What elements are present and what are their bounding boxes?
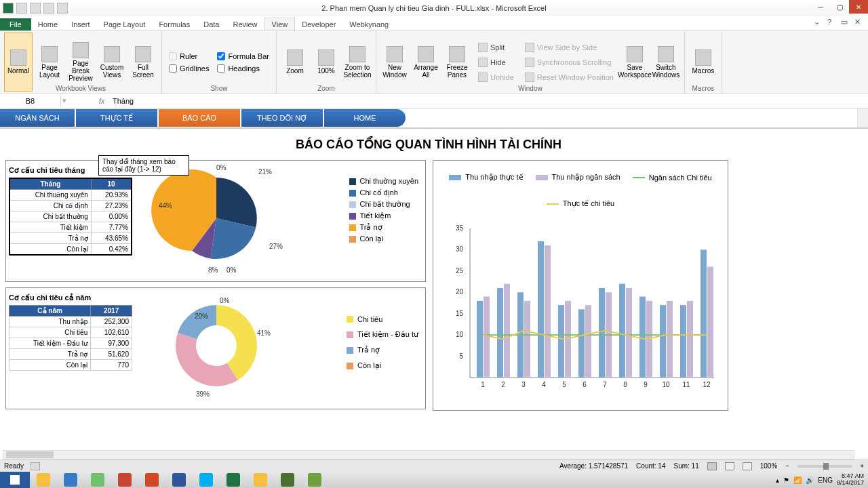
tab-page-layout[interactable]: Page Layout — [97, 18, 153, 30]
tab-insert[interactable]: Insert — [64, 18, 97, 30]
hide-button[interactable]: Hide — [477, 57, 515, 68]
view-normal-icon[interactable] — [707, 462, 717, 470]
svg-rect-19 — [477, 301, 483, 378]
task-chrome-alt[interactable] — [84, 472, 111, 488]
formula-input[interactable]: Tháng — [108, 96, 868, 106]
year-table-title: Cơ cấu chi tiêu cả năm — [9, 293, 132, 302]
name-box[interactable]: B8 — [0, 96, 61, 106]
excel-close-icon[interactable]: ✕ — [854, 18, 864, 27]
tray-network-icon[interactable]: 📶 — [793, 476, 802, 484]
ruler-checkbox[interactable]: Ruler — [169, 52, 209, 60]
view-side-button[interactable]: View Side by Side — [524, 42, 615, 53]
zoom-in-icon[interactable]: + — [860, 462, 864, 470]
task-excel[interactable] — [220, 472, 247, 488]
svg-rect-35 — [585, 305, 591, 378]
full-screen-button[interactable]: Full Screen — [129, 33, 157, 92]
nav-theo-doi[interactable]: THEO DÕI NỢ — [241, 109, 323, 127]
freeze-panes-button[interactable]: Freeze Panes — [443, 33, 471, 92]
save-workspace-button[interactable]: Save Workspace — [620, 33, 649, 92]
maximize-button[interactable]: ▢ — [830, 0, 849, 14]
table-row: Tiết kiệm7.77% — [9, 222, 132, 233]
arrange-all-button[interactable]: Arrange All — [412, 33, 440, 92]
tray-flag-icon[interactable]: ⚑ — [783, 476, 789, 484]
page-layout-button[interactable]: Page Layout — [35, 33, 64, 92]
minimize-button[interactable]: ─ — [811, 0, 830, 14]
clock[interactable]: 8:47 AM 8/14/2017 — [837, 473, 864, 487]
month-panel: Thay đổi tháng xem báo cáo tại đây (1-> … — [5, 160, 426, 282]
zoom-button[interactable]: Zoom — [281, 33, 309, 92]
nav-thuc-te[interactable]: THỰC TẾ — [76, 109, 157, 127]
tray-volume-icon[interactable]: 🔊 — [806, 476, 814, 484]
switch-windows-button[interactable]: Switch Windows — [652, 33, 680, 92]
task-powerpoint[interactable] — [138, 472, 165, 488]
fx-icon[interactable]: fx — [95, 97, 108, 105]
table-row: Chi cố định27.23% — [9, 201, 132, 211]
tab-formulas[interactable]: Formulas — [152, 18, 197, 30]
help-icon[interactable]: ? — [827, 18, 837, 27]
zoom-out-icon[interactable]: − — [785, 462, 789, 470]
start-button[interactable] — [0, 472, 30, 488]
tab-view[interactable]: View — [264, 18, 296, 30]
new-window-button[interactable]: New Window — [380, 33, 409, 92]
tab-data[interactable]: Data — [197, 18, 226, 30]
reset-pos-button[interactable]: Reset Window Position — [524, 72, 615, 83]
save-icon[interactable] — [16, 3, 27, 14]
group-show: Ruler Gridlines Formula Bar Headings Sho… — [162, 31, 277, 93]
gridlines-checkbox[interactable]: Gridlines — [169, 64, 209, 73]
svg-text:10: 10 — [456, 331, 464, 338]
task-camtasia[interactable] — [274, 472, 301, 488]
undo-icon[interactable] — [30, 3, 41, 14]
sync-scroll-button[interactable]: Synchronous Scrolling — [524, 57, 615, 68]
redo-icon[interactable] — [43, 3, 54, 14]
horizontal-scrollbar[interactable] — [3, 450, 854, 460]
task-word[interactable] — [165, 472, 193, 488]
nav-bao-cao[interactable]: BÁO CÁO — [159, 109, 240, 127]
macros-button[interactable]: Macros — [689, 33, 717, 92]
table-row: Thu nhập252,300 — [9, 317, 132, 327]
svg-text:8%: 8% — [208, 266, 218, 274]
zoom-selection-button[interactable]: Zoom to Selection — [343, 33, 372, 92]
normal-view-button[interactable]: Normal — [4, 33, 33, 92]
file-tab[interactable]: File — [0, 18, 31, 30]
custom-views-button[interactable]: Custom Views — [98, 33, 126, 92]
task-camtasia2[interactable] — [301, 472, 328, 488]
ribbon-minimize-icon[interactable]: ⌄ — [814, 18, 823, 27]
pie1-legend: Chi thuờng xuyên Chi cố định Chi bất thư… — [349, 174, 419, 246]
task-skype[interactable] — [193, 472, 220, 488]
tray-lang[interactable]: ENG — [818, 476, 833, 484]
svg-text:8: 8 — [623, 381, 627, 388]
unhide-button[interactable]: Unhide — [477, 72, 515, 83]
qat-more-icon[interactable] — [57, 3, 68, 14]
close-button[interactable]: ✕ — [849, 0, 868, 14]
tab-review[interactable]: Review — [226, 18, 264, 30]
tab-home[interactable]: Home — [31, 18, 64, 30]
zoom-level[interactable]: 100% — [760, 462, 778, 470]
view-break-icon[interactable] — [743, 462, 752, 470]
task-chrome[interactable] — [247, 472, 274, 488]
page-break-button[interactable]: Page Break Preview — [66, 33, 95, 92]
macro-record-icon[interactable] — [31, 462, 40, 470]
task-explorer[interactable] — [30, 472, 57, 488]
zoom-slider[interactable] — [797, 465, 852, 468]
headings-checkbox[interactable]: Headings — [217, 64, 269, 73]
zoom-100-button[interactable]: 100% — [312, 33, 340, 92]
svg-rect-29 — [545, 245, 551, 378]
tray-up-icon[interactable]: ▴ — [776, 476, 779, 484]
nav-home[interactable]: HOME — [324, 109, 406, 127]
sheet-nav: NGÂN SÁCH THỰC TẾ BÁO CÁO THEO DÕI NỢ HO… — [0, 108, 868, 129]
svg-text:0%: 0% — [220, 297, 230, 304]
formula-bar-checkbox[interactable]: Formula Bar — [217, 52, 269, 60]
svg-text:10: 10 — [662, 381, 670, 388]
nav-ngan-sach[interactable]: NGÂN SÁCH — [0, 109, 75, 127]
pie-chart-month: 0% 21% 27% 0% 8% 44% — [135, 161, 311, 276]
ribbon-options-icon[interactable]: ▭ — [841, 18, 850, 27]
vertical-scrollbar[interactable] — [857, 108, 868, 127]
task-app1[interactable] — [111, 472, 138, 488]
tab-webkynang[interactable]: Webkynang — [342, 18, 395, 30]
excel-icon[interactable] — [3, 3, 14, 14]
split-button[interactable]: Split — [477, 42, 515, 53]
tab-developer[interactable]: Developer — [295, 18, 342, 30]
view-layout-icon[interactable] — [725, 462, 734, 470]
task-ie[interactable] — [57, 472, 84, 488]
svg-text:9: 9 — [644, 381, 648, 388]
